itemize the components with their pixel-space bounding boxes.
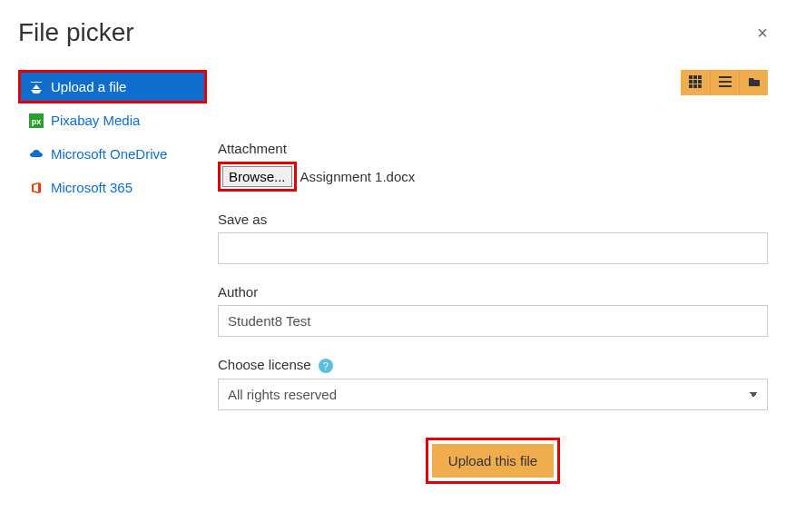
svg-text:px: px (32, 117, 42, 126)
view-toolbar (218, 70, 768, 95)
browse-button[interactable]: Browse... (222, 166, 292, 187)
svg-rect-10 (698, 84, 702, 88)
author-input[interactable] (218, 305, 768, 337)
microsoft365-icon (29, 181, 44, 195)
sidebar-item-microsoft365[interactable]: Microsoft 365 (18, 171, 207, 204)
upload-file-icon (29, 80, 44, 94)
pixabay-icon: px (29, 113, 44, 128)
dialog-content: Upload a file px Pixabay Media Microsoft… (0, 56, 786, 498)
help-icon[interactable]: ? (319, 359, 333, 373)
attachment-group: Attachment Browse... Assignment 1.docx (218, 141, 768, 192)
sidebar-item-label: Microsoft OneDrive (51, 146, 167, 162)
sidebar-item-label: Pixabay Media (51, 113, 140, 128)
svg-rect-3 (693, 75, 697, 79)
license-label: Choose license ? (218, 357, 768, 373)
view-list-button[interactable] (710, 70, 739, 95)
sidebar-item-onedrive[interactable]: Microsoft OneDrive (18, 137, 207, 171)
sidebar-item-label: Upload a file (51, 79, 126, 94)
main-panel: Attachment Browse... Assignment 1.docx S… (207, 56, 768, 498)
author-group: Author (218, 284, 768, 337)
saveas-label: Save as (218, 212, 768, 227)
author-label: Author (218, 284, 768, 300)
close-button[interactable]: × (757, 23, 768, 44)
svg-rect-2 (689, 75, 693, 79)
license-group: Choose license ? All rights reserved (218, 357, 768, 410)
browse-highlight-box: Browse... (218, 162, 297, 192)
svg-rect-8 (689, 84, 693, 88)
svg-rect-13 (719, 85, 732, 87)
sidebar-item-pixabay[interactable]: px Pixabay Media (18, 103, 207, 137)
list-icon (719, 75, 732, 91)
submit-row: Upload this file (218, 438, 768, 484)
saveas-group: Save as (218, 212, 768, 264)
view-mode-group (681, 70, 768, 95)
svg-rect-5 (689, 80, 693, 84)
dialog-title: File picker (18, 18, 134, 47)
onedrive-icon (29, 147, 44, 162)
svg-rect-4 (698, 75, 702, 79)
svg-rect-6 (693, 80, 697, 84)
dialog-header: File picker × (0, 0, 786, 56)
folder-icon (748, 75, 761, 91)
browse-row: Browse... Assignment 1.docx (218, 162, 768, 192)
sidebar-item-upload[interactable]: Upload a file (18, 70, 207, 103)
view-grid-button[interactable] (681, 70, 710, 95)
saveas-input[interactable] (218, 232, 768, 264)
view-tree-button[interactable] (739, 70, 768, 95)
grid-icon (689, 75, 702, 91)
sidebar-item-label: Microsoft 365 (51, 180, 133, 195)
license-select[interactable]: All rights reserved (218, 379, 768, 410)
svg-rect-12 (719, 81, 732, 83)
attachment-label: Attachment (218, 141, 768, 156)
selected-filename: Assignment 1.docx (300, 169, 416, 184)
svg-rect-11 (719, 76, 732, 78)
upload-file-button[interactable]: Upload this file (432, 444, 554, 478)
license-label-text: Choose license (218, 357, 311, 372)
repository-sidebar: Upload a file px Pixabay Media Microsoft… (18, 56, 207, 498)
svg-rect-7 (698, 80, 702, 84)
submit-highlight-box: Upload this file (426, 438, 560, 484)
svg-rect-9 (693, 84, 697, 88)
